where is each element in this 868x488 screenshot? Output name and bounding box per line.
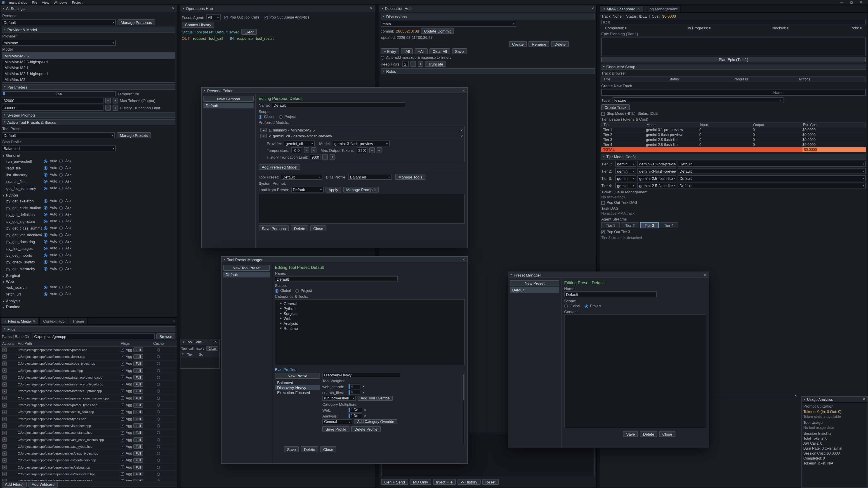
tool-override-select[interactable]: run_powershell bbox=[322, 396, 356, 401]
cache-indicator[interactable] bbox=[157, 459, 160, 462]
cache-indicator[interactable] bbox=[157, 431, 160, 434]
delete-button[interactable]: Delete bbox=[640, 431, 657, 437]
full-button[interactable]: Full bbox=[133, 410, 143, 414]
agg-checkbox[interactable] bbox=[121, 362, 124, 365]
focus-agent-select[interactable]: All bbox=[206, 14, 220, 20]
menu-item[interactable]: Project bbox=[72, 0, 83, 4]
pop-out-dag-checkbox[interactable] bbox=[601, 201, 605, 204]
composer-button[interactable]: -> History bbox=[458, 479, 480, 485]
step-mode-checkbox[interactable] bbox=[601, 112, 605, 116]
full-button[interactable]: Full bbox=[133, 382, 143, 387]
full-button[interactable]: Full bbox=[133, 368, 143, 373]
delete-persona-button[interactable]: Delete bbox=[291, 225, 308, 231]
agg-checkbox[interactable] bbox=[121, 355, 124, 359]
increment-button[interactable] bbox=[113, 105, 118, 111]
ask-radio[interactable] bbox=[59, 285, 63, 289]
remove-file-button[interactable]: x bbox=[2, 424, 7, 428]
cache-indicator[interactable] bbox=[157, 466, 160, 469]
category-tree-item[interactable]: Surgical bbox=[277, 311, 463, 316]
operations-hub-header[interactable]: Operations Hub bbox=[180, 5, 375, 12]
tab-log-management[interactable]: Log Management bbox=[644, 5, 681, 12]
auto-radio[interactable] bbox=[44, 285, 48, 289]
create-track-button[interactable]: Create Track bbox=[601, 104, 629, 110]
ask-radio[interactable] bbox=[59, 247, 63, 250]
full-button[interactable]: Full bbox=[133, 361, 143, 366]
maximize-icon[interactable] bbox=[850, 1, 853, 4]
max-tokens-input[interactable] bbox=[2, 98, 103, 103]
ask-radio[interactable] bbox=[59, 159, 63, 163]
remove-file-button[interactable]: x bbox=[2, 355, 7, 359]
ai-settings-header[interactable]: AI Settings bbox=[0, 5, 177, 12]
auto-radio[interactable] bbox=[44, 199, 48, 203]
close-icon[interactable] bbox=[462, 89, 465, 92]
tier-model-select[interactable]: gemini-3.1-pro-preview bbox=[638, 161, 676, 167]
auto-radio[interactable] bbox=[44, 226, 48, 230]
ask-radio[interactable] bbox=[59, 253, 63, 257]
agg-checkbox[interactable] bbox=[121, 369, 124, 372]
auto-radio[interactable] bbox=[44, 240, 48, 243]
drag-handle-icon[interactable] bbox=[260, 134, 267, 138]
create-discussion-button[interactable]: Create bbox=[509, 41, 527, 47]
profile-list-item[interactable]: Execution-Focused bbox=[275, 390, 320, 395]
weight-input[interactable]: 4 bbox=[348, 384, 360, 389]
tier-model-select[interactable]: gemini-2.5-flash-lite bbox=[638, 183, 676, 188]
decrement-button[interactable] bbox=[105, 105, 111, 111]
bias-profile-select[interactable]: Balanced bbox=[2, 145, 116, 151]
cache-indicator[interactable] bbox=[157, 452, 160, 455]
close-button[interactable]: Close bbox=[659, 431, 675, 437]
close-button[interactable]: Close bbox=[310, 225, 326, 231]
usage-analytics-header[interactable]: Usage Analytics bbox=[802, 397, 868, 402]
close-tab-icon[interactable] bbox=[637, 8, 640, 11]
agg-checkbox[interactable] bbox=[121, 376, 124, 379]
close-icon[interactable] bbox=[704, 273, 707, 277]
remove-file-button[interactable]: x bbox=[2, 361, 7, 366]
delete-discussion-button[interactable]: Delete bbox=[551, 41, 569, 47]
composer-button[interactable]: Reset bbox=[482, 479, 498, 485]
decrement-button[interactable] bbox=[105, 98, 111, 103]
agg-checkbox[interactable] bbox=[121, 438, 124, 442]
remove-file-button[interactable]: x bbox=[2, 465, 7, 469]
auto-radio[interactable] bbox=[44, 213, 48, 216]
new-profile-button[interactable]: New Profile bbox=[275, 373, 320, 379]
increment-button[interactable] bbox=[311, 147, 316, 153]
add-files-button[interactable]: Add File(s) bbox=[2, 482, 27, 487]
provider-select[interactable]: gemini_cli bbox=[284, 140, 315, 147]
auto-radio[interactable] bbox=[44, 186, 48, 190]
minimize-icon[interactable] bbox=[840, 1, 843, 4]
add-wildcard-button[interactable]: Add Wildcard bbox=[29, 482, 58, 487]
menu-item[interactable]: File bbox=[32, 0, 37, 4]
category-override-select[interactable]: General bbox=[322, 419, 352, 424]
cache-indicator[interactable] bbox=[157, 348, 160, 351]
tool-section-header[interactable]: Python bbox=[0, 193, 177, 197]
profile-list-item[interactable]: Discovery-Heavy bbox=[275, 385, 320, 390]
close-icon[interactable] bbox=[370, 7, 373, 10]
tier-provider-select[interactable]: gemini bbox=[615, 175, 636, 181]
full-button[interactable]: Full bbox=[133, 445, 143, 449]
cache-indicator[interactable] bbox=[157, 403, 160, 407]
persona-name-input[interactable] bbox=[272, 102, 405, 108]
composer-button[interactable]: Inject File bbox=[433, 479, 456, 485]
auto-radio[interactable] bbox=[44, 159, 48, 163]
base-dir-input[interactable] bbox=[32, 333, 154, 339]
decrement-button[interactable] bbox=[410, 61, 416, 67]
close-bottom-panel-icon[interactable] bbox=[794, 394, 797, 397]
tier-preset-select[interactable]: Default bbox=[678, 161, 866, 167]
ask-radio[interactable] bbox=[59, 267, 63, 270]
provider-model-section[interactable]: Provider & Model bbox=[2, 27, 176, 33]
ask-radio[interactable] bbox=[59, 180, 63, 183]
clear-tool-calls-button[interactable]: Clear bbox=[206, 346, 218, 351]
model-select[interactable]: gemini-3-flash-preview bbox=[333, 140, 390, 147]
persona-editor-header[interactable]: Persona Editor bbox=[202, 88, 467, 94]
full-button[interactable]: Full bbox=[133, 375, 143, 380]
full-button[interactable]: Full bbox=[133, 437, 143, 442]
tool-preset-manager-header[interactable]: Tool Preset Manager bbox=[221, 257, 467, 263]
discussion-hub-header[interactable]: Discussion Hub bbox=[379, 5, 596, 12]
remove-file-button[interactable]: x bbox=[2, 472, 7, 477]
remove-model-icon[interactable] bbox=[460, 134, 463, 138]
increment-button[interactable] bbox=[330, 154, 335, 160]
ask-radio[interactable] bbox=[59, 260, 63, 264]
agg-checkbox[interactable] bbox=[121, 424, 124, 428]
agg-checkbox[interactable] bbox=[121, 452, 124, 455]
pop-out-tool-calls-checkbox[interactable] bbox=[224, 15, 228, 19]
composer-button[interactable]: Gen + Send bbox=[381, 479, 408, 485]
